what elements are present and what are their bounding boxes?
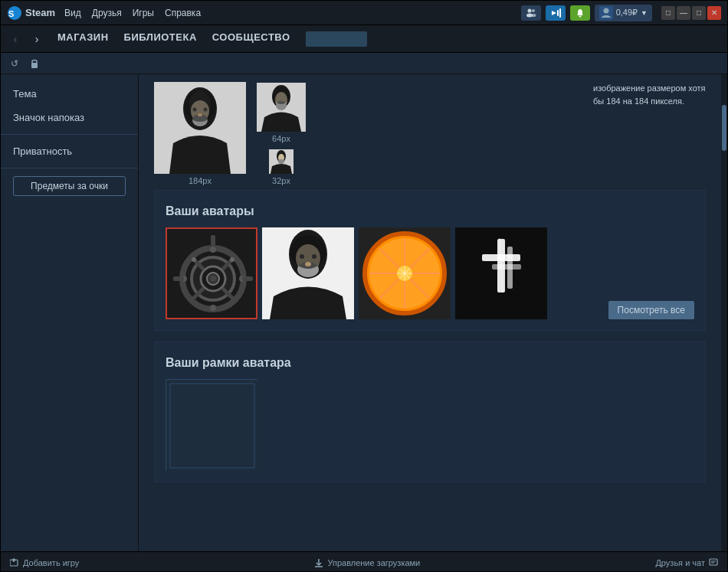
menu-help[interactable]: Справка bbox=[165, 8, 201, 18]
svg-point-34 bbox=[210, 247, 216, 253]
frame-item-empty[interactable] bbox=[166, 379, 257, 471]
your-frames-title: Ваши рамки аватара bbox=[166, 356, 694, 370]
add-game-action[interactable]: Добавить игру bbox=[10, 558, 79, 567]
hooded-figure-large bbox=[154, 82, 246, 174]
menu-games[interactable]: Игры bbox=[133, 8, 154, 18]
nav-links: МАГАЗИН БИБЛИОТЕКА СООБЩЕСТВО bbox=[57, 31, 367, 47]
downloads-action[interactable]: Управление загрузками bbox=[314, 558, 420, 567]
nav-username-tab[interactable] bbox=[306, 31, 367, 47]
friends-icon bbox=[526, 8, 536, 18]
svg-rect-38 bbox=[173, 276, 184, 281]
svg-text:S: S bbox=[8, 9, 14, 18]
close-button[interactable]: ✕ bbox=[707, 6, 721, 20]
display-button[interactable]: □ bbox=[661, 6, 675, 20]
svg-marker-6 bbox=[552, 11, 556, 15]
svg-point-47 bbox=[230, 257, 234, 262]
avatar-large-wrapper: 184px bbox=[154, 82, 246, 185]
svg-point-35 bbox=[210, 305, 216, 311]
avatar-small-label: 32px bbox=[272, 176, 290, 185]
menu-friends[interactable]: Друзья bbox=[92, 8, 122, 18]
minimize-button[interactable]: — bbox=[677, 6, 690, 20]
back-button[interactable]: ‹ bbox=[7, 31, 24, 47]
sidebar-divider-2 bbox=[1, 168, 138, 168]
avatar-large-label: 184px bbox=[189, 176, 212, 185]
svg-point-25 bbox=[273, 87, 290, 104]
main-area: Тема Значок напоказ Приватность Предметы… bbox=[1, 74, 727, 551]
lock-svg bbox=[30, 58, 39, 69]
lock-icon bbox=[28, 57, 41, 70]
avatar-item-hooded[interactable] bbox=[262, 227, 354, 319]
navbar: ‹ › МАГАЗИН БИБЛИОТЕКА СООБЩЕСТВО bbox=[1, 25, 727, 53]
avatar-preview-medium bbox=[257, 83, 306, 132]
svg-rect-74 bbox=[492, 264, 521, 270]
titlebar: S Steam Вид Друзья Игры Справка bbox=[1, 1, 727, 25]
dropdown-arrow: ▼ bbox=[641, 9, 648, 17]
view-all-button[interactable]: Посмотреть все bbox=[608, 301, 694, 319]
avatar-small-wrapper: 32px bbox=[257, 149, 306, 185]
sidebar-divider-1 bbox=[1, 134, 138, 135]
svg-point-55 bbox=[312, 254, 316, 259]
scrollbar-thumb[interactable] bbox=[722, 105, 726, 151]
hooded-avatar-svg bbox=[262, 227, 354, 319]
svg-rect-76 bbox=[166, 380, 258, 472]
svg-point-54 bbox=[300, 254, 304, 259]
notifications-button[interactable] bbox=[570, 5, 590, 21]
downloads-icon bbox=[314, 558, 323, 567]
cross-avatar-svg bbox=[455, 227, 547, 319]
your-frames-section: Ваши рамки аватара bbox=[154, 342, 706, 482]
your-avatars-title: Ваши аватары bbox=[166, 204, 694, 218]
sidebar-item-showcase[interactable]: Значок напоказ bbox=[1, 106, 138, 129]
svg-point-48 bbox=[192, 257, 196, 262]
svg-rect-39 bbox=[242, 276, 253, 281]
scrollbar-track[interactable] bbox=[721, 74, 727, 551]
titlebar-right: 0,49₽ ▼ □ — □ ✕ bbox=[521, 5, 721, 21]
hooded-figure-small bbox=[269, 149, 293, 174]
svg-point-42 bbox=[210, 276, 216, 282]
menu-bar: Вид Друзья Игры Справка bbox=[64, 8, 521, 18]
points-shop-button[interactable]: Предметы за очки bbox=[13, 176, 126, 196]
sidebar-item-theme[interactable]: Тема bbox=[1, 82, 138, 106]
downloads-label: Управление загрузками bbox=[327, 558, 420, 567]
broadcast-button[interactable] bbox=[546, 5, 566, 21]
avatar-medium-label: 64px bbox=[272, 134, 290, 143]
svg-point-19 bbox=[204, 108, 208, 112]
nav-store[interactable]: МАГАЗИН bbox=[57, 31, 109, 47]
sidebar-item-privacy[interactable]: Приватность bbox=[1, 139, 138, 163]
friends-chat-action[interactable]: Друзья и чат bbox=[655, 558, 718, 567]
svg-point-29 bbox=[278, 159, 284, 164]
svg-rect-11 bbox=[31, 63, 38, 68]
add-game-icon bbox=[10, 558, 19, 567]
svg-point-10 bbox=[603, 8, 608, 13]
user-avatar-small bbox=[601, 7, 612, 19]
svg-rect-8 bbox=[559, 8, 561, 18]
nav-community[interactable]: СООБЩЕСТВО bbox=[212, 31, 290, 47]
refresh-icon[interactable]: ↺ bbox=[8, 57, 21, 70]
mech-avatar-svg bbox=[167, 229, 257, 319]
bottombar: Добавить игру Управление загрузками Друз… bbox=[1, 551, 727, 572]
app-title: Steam bbox=[25, 7, 55, 18]
nav-library[interactable]: БИБЛИОТЕКА bbox=[124, 31, 197, 47]
hooded-figure-medium bbox=[257, 83, 306, 132]
forward-button[interactable]: › bbox=[28, 31, 45, 47]
avatar-item-mech[interactable] bbox=[166, 227, 257, 319]
avatar-item-orange[interactable] bbox=[359, 227, 451, 319]
orange-avatar-svg bbox=[359, 227, 451, 319]
frames-grid bbox=[166, 379, 694, 471]
notifications-icon bbox=[576, 8, 585, 18]
user-account-button[interactable]: 0,49₽ ▼ bbox=[595, 5, 652, 21]
window-controls: □ — □ ✕ bbox=[661, 6, 721, 20]
avatar-item-cross[interactable] bbox=[455, 227, 547, 319]
avatar-medium-wrapper: 64px bbox=[257, 83, 306, 143]
friends-chat-label: Друзья и чат bbox=[655, 558, 705, 567]
add-game-label: Добавить игру bbox=[23, 558, 79, 567]
svg-rect-83 bbox=[710, 559, 717, 565]
content-inner: изображение размером хотя бы 184 на 184 … bbox=[139, 74, 721, 501]
friends-chat-icon bbox=[709, 558, 718, 567]
svg-rect-40 bbox=[211, 235, 215, 246]
secondary-bar: ↺ bbox=[1, 53, 727, 74]
maximize-button[interactable]: □ bbox=[692, 6, 706, 20]
avatar-small-previews: 64px 32px bbox=[257, 83, 306, 185]
user-balance: 0,49₽ bbox=[616, 8, 638, 18]
menu-view[interactable]: Вид bbox=[64, 8, 81, 18]
friends-button[interactable] bbox=[521, 5, 541, 21]
